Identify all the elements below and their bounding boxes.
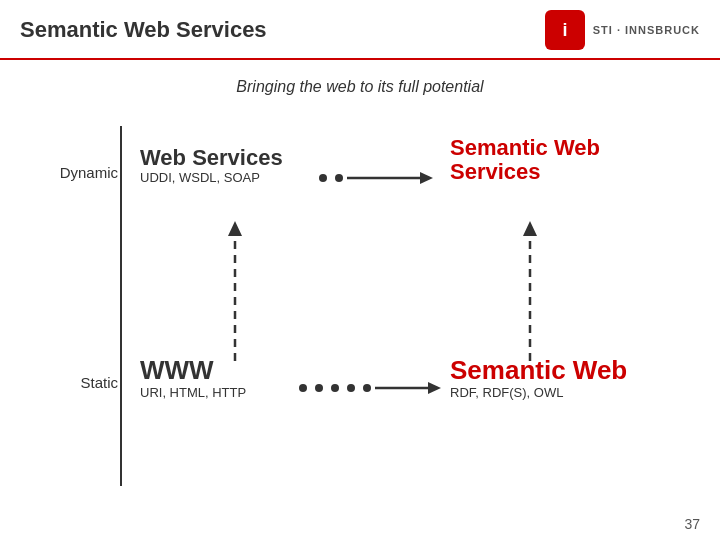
main-content: Bringing the web to its full potential D… — [0, 60, 720, 496]
semantic-web-services-title: Semantic WebServices — [450, 136, 600, 184]
svg-point-11 — [315, 384, 323, 392]
box-www: WWW URI, HTML, HTTP — [140, 356, 246, 400]
svg-point-2 — [319, 174, 327, 182]
www-subtitle: URI, HTML, HTTP — [140, 385, 246, 400]
arrow-bottom — [295, 378, 445, 398]
label-dynamic: Dynamic — [38, 164, 118, 181]
subtitle: Bringing the web to its full potential — [30, 78, 690, 96]
svg-marker-7 — [228, 221, 242, 236]
web-services-subtitle: UDDI, WSDL, SOAP — [140, 170, 283, 185]
logo-icon: i — [545, 10, 585, 50]
page-number: 37 — [684, 516, 700, 532]
header: Semantic Web Services i STI · INNSBRUCK — [0, 0, 720, 60]
svg-point-13 — [347, 384, 355, 392]
svg-marker-16 — [428, 382, 441, 394]
box-semantic-web: Semantic Web RDF, RDF(S), OWL — [450, 356, 627, 400]
svg-point-12 — [331, 384, 339, 392]
diagram: Dynamic Static Web Services UDDI, WSDL, … — [30, 126, 690, 486]
svg-point-10 — [299, 384, 307, 392]
logo-area: i STI · INNSBRUCK — [545, 10, 700, 50]
box-web-services: Web Services UDDI, WSDL, SOAP — [140, 146, 283, 185]
semantic-web-subtitle: RDF, RDF(S), OWL — [450, 385, 627, 400]
svg-point-3 — [335, 174, 343, 182]
label-static: Static — [38, 374, 118, 391]
semantic-web-title: Semantic Web — [450, 356, 627, 385]
arrow-top — [315, 168, 435, 188]
web-services-title: Web Services — [140, 146, 283, 170]
www-title: WWW — [140, 356, 246, 385]
up-arrow-right — [520, 216, 540, 366]
svg-marker-9 — [523, 221, 537, 236]
logo-text: STI · INNSBRUCK — [593, 24, 700, 36]
svg-point-14 — [363, 384, 371, 392]
svg-marker-5 — [420, 172, 433, 184]
up-arrow-left — [225, 216, 245, 366]
box-semantic-web-services: Semantic WebServices — [450, 136, 600, 184]
page-title: Semantic Web Services — [20, 17, 267, 43]
svg-text:i: i — [562, 20, 567, 40]
vertical-divider — [120, 126, 122, 486]
